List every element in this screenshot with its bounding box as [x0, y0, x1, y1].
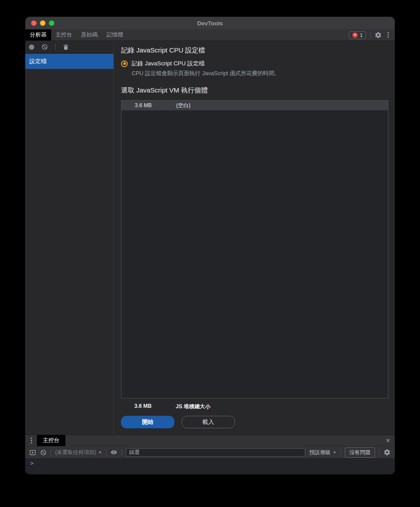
tab-sources[interactable]: 原始碼: [77, 29, 102, 40]
cpu-profile-description: CPU 設定檔會顯示頁面執行 JavaScript 函式所花費的時間。: [132, 70, 388, 77]
context-selector-value: (未選取任何項目): [55, 449, 96, 456]
traffic-lights: [31, 17, 54, 29]
error-count-badge[interactable]: ✕ 1: [349, 31, 366, 39]
clear-profiles-icon[interactable]: [41, 44, 48, 50]
log-level-value: 預設層級: [309, 449, 331, 456]
console-prompt-chevron: >: [30, 460, 34, 467]
panel-tab-bar: 分析器 主控台 原始碼 記憶體 ✕ 1: [25, 29, 395, 41]
drawer-tab-bar: 主控台 ×: [25, 435, 395, 446]
error-count: 1: [360, 32, 363, 38]
load-button[interactable]: 載入: [182, 416, 235, 428]
live-expression-eye-icon[interactable]: [110, 449, 117, 456]
divider: [51, 449, 51, 456]
divider: [340, 449, 341, 456]
vm-instances-title: 選取 JavaScript VM 執行個體: [121, 86, 388, 95]
cpu-profile-radio[interactable]: [121, 60, 128, 67]
console-sidebar-toggle-icon[interactable]: [29, 449, 36, 456]
context-selector-dropdown[interactable]: (未選取任何項目) ▼: [55, 449, 102, 456]
heap-total-size: 3.6 MB: [121, 403, 176, 410]
console-filter-input[interactable]: [126, 448, 305, 457]
console-prompt[interactable]: >: [25, 458, 395, 474]
title-bar: DevTools: [25, 17, 395, 29]
heap-total-row: 3.6 MB JS 堆積總大小: [121, 403, 388, 410]
chevron-down-icon: ▼: [333, 451, 336, 455]
chevron-down-icon: ▼: [98, 451, 102, 455]
sidebar-item-profiles[interactable]: 設定檔: [25, 54, 113, 69]
tab-bar-right-controls: ✕ 1: [349, 29, 395, 40]
cpu-profile-radio-label: 記錄 JavaScript CPU 設定檔: [132, 60, 205, 68]
record-icon[interactable]: [29, 44, 34, 50]
profiler-main-pane: 記錄 JavaScript CPU 設定檔 記錄 JavaScript CPU …: [114, 41, 395, 435]
window-title: DevTools: [197, 20, 223, 27]
more-options-icon[interactable]: [386, 30, 391, 40]
trash-icon[interactable]: [63, 44, 69, 50]
error-icon: ✕: [352, 32, 358, 38]
close-drawer-icon[interactable]: ×: [381, 435, 395, 446]
tab-console[interactable]: 主控台: [51, 29, 77, 40]
divider: [121, 449, 122, 456]
profiler-panel: 設定檔 記錄 JavaScript CPU 設定檔 記錄 JavaScript …: [25, 41, 395, 435]
minimize-window-button[interactable]: [40, 20, 45, 26]
divider: [55, 44, 56, 50]
console-drawer: 主控台 × (未選取任何項目) ▼: [25, 435, 395, 474]
clear-console-icon[interactable]: [40, 449, 47, 456]
settings-gear-icon[interactable]: [375, 32, 382, 39]
screen: DevTools 分析器 主控台 原始碼 記憶體 ✕ 1: [0, 0, 420, 507]
divider: [106, 449, 106, 456]
close-window-button[interactable]: [31, 20, 36, 26]
console-settings-gear-icon[interactable]: [384, 449, 391, 456]
table-row[interactable]: 3.6 MB (空白): [121, 101, 388, 110]
page-title: 記錄 JavaScript CPU 設定檔: [121, 46, 388, 55]
issues-button[interactable]: 沒有問題: [345, 447, 375, 458]
vm-instance-size: 3.6 MB: [121, 102, 176, 109]
start-button[interactable]: 開始: [121, 416, 174, 428]
tab-profiler[interactable]: 分析器: [25, 29, 51, 40]
action-buttons: 開始 載入: [121, 416, 388, 428]
cpu-profile-option[interactable]: 記錄 JavaScript CPU 設定檔: [121, 60, 388, 68]
tab-memory[interactable]: 記憶體: [102, 29, 128, 40]
devtools-window: DevTools 分析器 主控台 原始碼 記憶體 ✕ 1: [25, 17, 395, 474]
vm-instances-table: 3.6 MB (空白): [121, 100, 388, 398]
zoom-window-button[interactable]: [49, 20, 54, 26]
heap-total-label: JS 堆積總大小: [176, 403, 210, 410]
divider: [370, 32, 371, 38]
profiler-toolbar: [25, 41, 113, 53]
drawer-tab-console[interactable]: 主控台: [37, 435, 65, 446]
console-toolbar: (未選取任何項目) ▼ 預設層級 ▼ 沒有問題: [25, 446, 395, 458]
divider: [379, 449, 380, 456]
log-level-dropdown[interactable]: 預設層級 ▼: [309, 449, 336, 456]
drawer-more-tools-icon[interactable]: [25, 435, 37, 446]
profiler-sidebar: 設定檔: [25, 41, 114, 435]
vm-instance-name: (空白): [176, 102, 190, 109]
